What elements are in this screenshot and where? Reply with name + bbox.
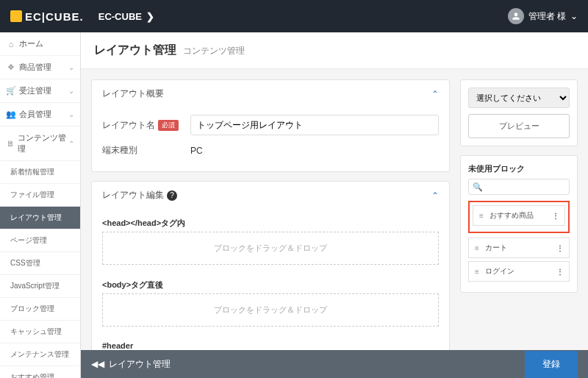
- nav-label: 商品管理: [19, 62, 51, 73]
- device-value: PC: [190, 146, 203, 156]
- nav-content[interactable]: 🗎コンテンツ管理⌃: [0, 126, 80, 161]
- card-title: レイアウト編集: [102, 189, 164, 202]
- orders-icon: 🛒: [6, 86, 16, 96]
- bottom-bar: ◀◀ レイアウト管理 登録: [81, 350, 588, 378]
- main-content: レイアウト管理 コンテンツ管理 レイアウト概要 ⌃ レイアウト名 必須: [81, 32, 588, 378]
- user-icon: [508, 8, 524, 24]
- dropzone-body[interactable]: ブロックをドラッグ＆ドロップ: [102, 293, 439, 327]
- home-icon: ⌂: [6, 40, 16, 49]
- edit-head[interactable]: レイアウト編集 ? ⌃: [92, 182, 449, 209]
- chevron-down-icon: ⌄: [68, 110, 74, 118]
- topbar: EC|CUBE. EC-CUBE ❯ 管理者 様 ⌄: [0, 0, 588, 32]
- nav-products[interactable]: ❖商品管理⌄: [0, 56, 80, 79]
- nav-label: コンテンツ管理: [18, 132, 68, 154]
- bottom-title: レイアウト管理: [109, 358, 171, 371]
- drag-handle-icon[interactable]: ≡: [475, 268, 479, 276]
- chevron-up-icon: ⌃: [68, 140, 74, 148]
- logo: EC|CUBE.: [10, 10, 84, 23]
- sub-block[interactable]: ブロック管理: [0, 298, 80, 321]
- page-select[interactable]: 選択してください: [468, 88, 570, 108]
- block-label: おすすめ商品: [490, 210, 534, 221]
- nav-label: ホーム: [19, 38, 43, 49]
- sidebar: ⌂ホーム ❖商品管理⌄ 🛒受注管理⌄ 👥会員管理⌄ 🗎コンテンツ管理⌃ 新着情報…: [0, 32, 81, 378]
- logo-text: EC|CUBE.: [25, 10, 84, 23]
- sub-js[interactable]: JavaScript管理: [0, 275, 80, 298]
- sub-css[interactable]: CSS管理: [0, 252, 80, 275]
- search-icon: 🔍: [473, 182, 483, 192]
- layout-name-input[interactable]: [190, 115, 439, 135]
- overview-card: レイアウト概要 ⌃ レイアウト名 必須 端末種別: [91, 79, 450, 172]
- help-icon[interactable]: ?: [167, 190, 177, 201]
- layout-name-label: レイアウト名 必須: [102, 119, 190, 132]
- app-name: EC-CUBE: [98, 11, 142, 22]
- products-icon: ❖: [6, 63, 16, 72]
- logo-cube-icon: [10, 10, 22, 22]
- unused-block-login[interactable]: ≡ ログイン ⋮: [468, 261, 570, 282]
- unused-block-recommend[interactable]: ≡ おすすめ商品 ⋮: [473, 205, 565, 226]
- chevron-down-icon: ⌄: [68, 87, 74, 95]
- unused-search-input[interactable]: [468, 179, 570, 195]
- nav-orders[interactable]: 🛒受注管理⌄: [0, 79, 80, 103]
- sub-news[interactable]: 新着情報管理: [0, 161, 80, 184]
- register-button[interactable]: 登録: [525, 351, 578, 378]
- chevron-down-icon: ⌄: [68, 63, 74, 71]
- block-label: カート: [485, 243, 507, 253]
- nav-home[interactable]: ⌂ホーム: [0, 32, 80, 56]
- section-body: <body>タグ直後: [102, 274, 439, 293]
- overview-head[interactable]: レイアウト概要 ⌃: [92, 80, 449, 107]
- back-icon[interactable]: ◀◀: [91, 359, 104, 369]
- required-badge: 必須: [158, 120, 179, 131]
- members-icon: 👥: [6, 110, 16, 119]
- drag-handle-icon[interactable]: ≡: [479, 212, 484, 220]
- collapse-icon[interactable]: ⌃: [431, 190, 439, 201]
- drag-handle-icon[interactable]: ≡: [475, 244, 479, 252]
- highlight-recommend: ≡ おすすめ商品 ⋮: [468, 201, 570, 233]
- sub-layout[interactable]: レイアウト管理: [0, 207, 80, 229]
- dropzone-head[interactable]: ブロックをドラッグ＆ドロップ: [102, 232, 439, 265]
- page-subtitle: コンテンツ管理: [183, 46, 245, 56]
- app-link[interactable]: EC-CUBE ❯: [98, 11, 154, 22]
- section-head: <head></head>タグ内: [102, 212, 439, 232]
- more-icon[interactable]: ⋮: [556, 244, 563, 252]
- collapse-icon[interactable]: ⌃: [431, 89, 439, 99]
- sub-recommend[interactable]: おすすめ管理: [0, 366, 80, 378]
- nav-label: 会員管理: [19, 109, 51, 120]
- chevron-right-icon: ❯: [146, 11, 154, 22]
- block-label: ログイン: [485, 266, 514, 277]
- preview-card: 選択してください プレビュー: [460, 79, 578, 146]
- sub-cache[interactable]: キャッシュ管理: [0, 321, 80, 343]
- unused-block-cart[interactable]: ≡ カート ⋮: [468, 238, 570, 258]
- content-icon: 🗎: [6, 139, 15, 148]
- sub-maint[interactable]: メンテナンス管理: [0, 343, 80, 366]
- edit-card: レイアウト編集 ? ⌃ <head></head>タグ内 ブロックをドラッグ＆ド…: [91, 181, 450, 378]
- more-icon[interactable]: ⋮: [556, 268, 563, 276]
- card-title: レイアウト概要: [102, 88, 164, 100]
- more-icon[interactable]: ⋮: [552, 212, 559, 220]
- page-header: レイアウト管理 コンテンツ管理: [81, 32, 588, 69]
- user-menu[interactable]: 管理者 様 ⌄: [508, 8, 578, 24]
- unused-title: 未使用ブロック: [468, 163, 570, 174]
- device-label: 端末種別: [102, 144, 190, 157]
- user-label: 管理者 様: [528, 10, 566, 23]
- unused-card: 未使用ブロック 🔍 ≡ おすすめ商品 ⋮ ≡ カート: [460, 155, 578, 293]
- nav-members[interactable]: 👥会員管理⌄: [0, 103, 80, 126]
- sub-page[interactable]: ページ管理: [0, 229, 80, 252]
- nav-label: 受注管理: [19, 85, 51, 96]
- sub-file[interactable]: ファイル管理: [0, 184, 80, 207]
- page-title: レイアウト管理: [94, 43, 176, 56]
- preview-button[interactable]: プレビュー: [468, 114, 570, 138]
- chevron-down-icon: ⌄: [570, 11, 578, 21]
